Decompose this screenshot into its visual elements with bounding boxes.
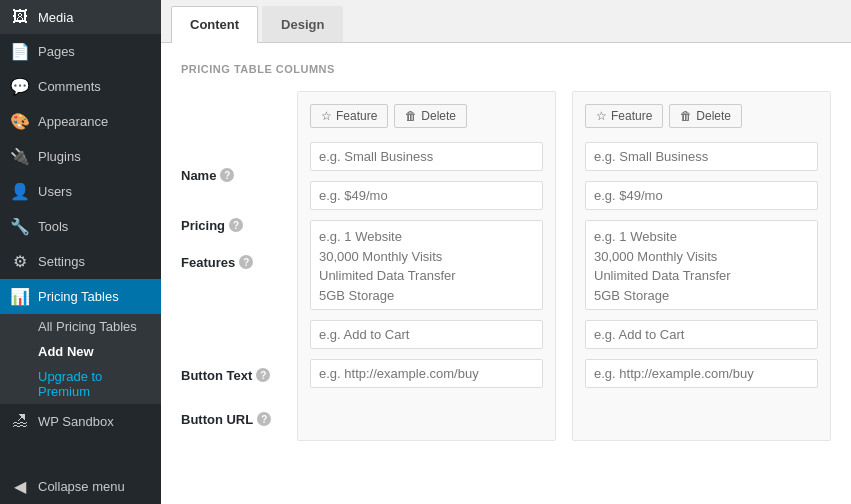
pricing-tables-submenu: All Pricing Tables Add New Upgrade to Pr… bbox=[0, 314, 161, 404]
feature-button-1[interactable]: ☆ Feature bbox=[310, 104, 388, 128]
label-features: Features ? bbox=[181, 247, 281, 353]
button-text-field-2 bbox=[585, 320, 818, 349]
label-button-url: Button URL ? bbox=[181, 397, 281, 441]
comments-icon: 💬 bbox=[10, 77, 30, 96]
sidebar-item-appearance[interactable]: 🎨 Appearance bbox=[0, 104, 161, 139]
appearance-icon: 🎨 bbox=[10, 112, 30, 131]
submenu-add-new[interactable]: Add New bbox=[0, 339, 161, 364]
delete-button-2[interactable]: 🗑 Delete bbox=[669, 104, 742, 128]
button-url-input-1[interactable] bbox=[310, 359, 543, 388]
name-field-1 bbox=[310, 142, 543, 171]
trash-icon-2: 🗑 bbox=[680, 109, 692, 123]
features-field-1 bbox=[310, 220, 543, 310]
field-labels: Name ? Pricing ? Features ? Button Text … bbox=[181, 91, 281, 441]
label-name: Name ? bbox=[181, 147, 281, 203]
column-2-actions: ☆ Feature 🗑 Delete bbox=[585, 104, 818, 128]
button-text-input-1[interactable] bbox=[310, 320, 543, 349]
pricing-field-2 bbox=[585, 181, 818, 210]
pages-icon: 📄 bbox=[10, 42, 30, 61]
pricing-tables-icon: 📊 bbox=[10, 287, 30, 306]
sidebar-item-label: Tools bbox=[38, 219, 68, 234]
name-help-icon[interactable]: ? bbox=[220, 168, 234, 182]
sidebar-item-label: Users bbox=[38, 184, 72, 199]
tab-content[interactable]: Content bbox=[171, 6, 258, 43]
pricing-field-1 bbox=[310, 181, 543, 210]
name-field-2 bbox=[585, 142, 818, 171]
sidebar-item-comments[interactable]: 💬 Comments bbox=[0, 69, 161, 104]
button-text-help-icon[interactable]: ? bbox=[256, 368, 270, 382]
sidebar-item-pages[interactable]: 📄 Pages bbox=[0, 34, 161, 69]
tab-design[interactable]: Design bbox=[262, 6, 343, 42]
button-url-field-1 bbox=[310, 359, 543, 388]
sidebar-item-label: Media bbox=[38, 10, 73, 25]
main-content: Content Design PRICING TABLE COLUMNS Nam… bbox=[161, 0, 851, 504]
users-icon: 👤 bbox=[10, 182, 30, 201]
button-text-input-2[interactable] bbox=[585, 320, 818, 349]
delete-button-1[interactable]: 🗑 Delete bbox=[394, 104, 467, 128]
sidebar-item-wp-sandbox[interactable]: 🏖 WP Sandbox bbox=[0, 404, 161, 438]
star-icon: ☆ bbox=[321, 109, 332, 123]
tools-icon: 🔧 bbox=[10, 217, 30, 236]
section-title: PRICING TABLE COLUMNS bbox=[181, 63, 831, 75]
sidebar-wp-sandbox-label: WP Sandbox bbox=[38, 414, 114, 429]
collapse-label: Collapse menu bbox=[38, 479, 125, 494]
sidebar-item-media[interactable]: 🖼 Media bbox=[0, 0, 161, 34]
sidebar-item-tools[interactable]: 🔧 Tools bbox=[0, 209, 161, 244]
collapse-icon: ◀ bbox=[10, 477, 30, 496]
name-input-2[interactable] bbox=[585, 142, 818, 171]
sidebar-item-label: Pages bbox=[38, 44, 75, 59]
pricing-column-2: ☆ Feature 🗑 Delete bbox=[572, 91, 831, 441]
sidebar-item-label: Plugins bbox=[38, 149, 81, 164]
sidebar: 🖼 Media 📄 Pages 💬 Comments 🎨 Appearance … bbox=[0, 0, 161, 504]
pricing-input-1[interactable] bbox=[310, 181, 543, 210]
submenu-all-pricing-tables[interactable]: All Pricing Tables bbox=[0, 314, 161, 339]
columns-layout: Name ? Pricing ? Features ? Button Text … bbox=[181, 91, 831, 441]
column-1-actions: ☆ Feature 🗑 Delete bbox=[310, 104, 543, 128]
content-area: PRICING TABLE COLUMNS Name ? Pricing ? F… bbox=[161, 43, 851, 504]
settings-icon: ⚙ bbox=[10, 252, 30, 271]
pricing-column-1: ☆ Feature 🗑 Delete bbox=[297, 91, 556, 441]
plugins-icon: 🔌 bbox=[10, 147, 30, 166]
features-textarea-2[interactable] bbox=[585, 220, 818, 310]
button-url-input-2[interactable] bbox=[585, 359, 818, 388]
sidebar-item-label: Appearance bbox=[38, 114, 108, 129]
label-button-text: Button Text ? bbox=[181, 353, 281, 397]
tabs-bar: Content Design bbox=[161, 0, 851, 43]
button-url-field-2 bbox=[585, 359, 818, 388]
submenu-upgrade-premium[interactable]: Upgrade to Premium bbox=[0, 364, 161, 404]
collapse-menu[interactable]: ◀ Collapse menu bbox=[0, 469, 161, 504]
feature-button-2[interactable]: ☆ Feature bbox=[585, 104, 663, 128]
star-icon-2: ☆ bbox=[596, 109, 607, 123]
pricing-input-2[interactable] bbox=[585, 181, 818, 210]
wp-sandbox-icon: 🏖 bbox=[10, 412, 30, 430]
name-input-1[interactable] bbox=[310, 142, 543, 171]
features-help-icon[interactable]: ? bbox=[239, 255, 253, 269]
sidebar-item-label: Comments bbox=[38, 79, 101, 94]
label-pricing: Pricing ? bbox=[181, 203, 281, 247]
sidebar-item-plugins[interactable]: 🔌 Plugins bbox=[0, 139, 161, 174]
button-url-help-icon[interactable]: ? bbox=[257, 412, 271, 426]
sidebar-item-users[interactable]: 👤 Users bbox=[0, 174, 161, 209]
trash-icon: 🗑 bbox=[405, 109, 417, 123]
sidebar-pricing-tables-label: Pricing Tables bbox=[38, 289, 119, 304]
sidebar-item-pricing-tables[interactable]: 📊 Pricing Tables bbox=[0, 279, 161, 314]
button-text-field-1 bbox=[310, 320, 543, 349]
features-field-2 bbox=[585, 220, 818, 310]
pricing-help-icon[interactable]: ? bbox=[229, 218, 243, 232]
sidebar-item-settings[interactable]: ⚙ Settings bbox=[0, 244, 161, 279]
features-textarea-1[interactable] bbox=[310, 220, 543, 310]
media-icon: 🖼 bbox=[10, 8, 30, 26]
sidebar-item-label: Settings bbox=[38, 254, 85, 269]
